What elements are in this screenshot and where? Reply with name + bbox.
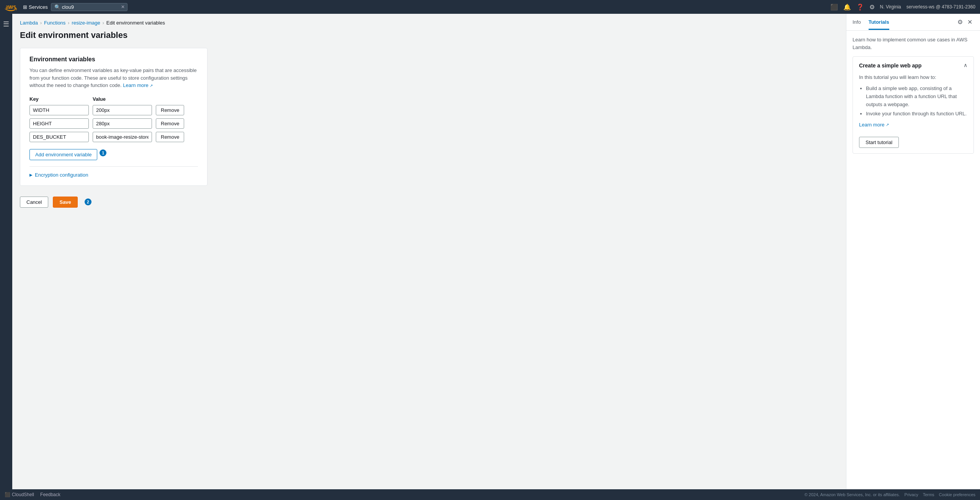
panel-settings-icon[interactable]: ⚙ bbox=[957, 18, 963, 26]
top-navigation: ⊞ Services 🔍 ✕ ⬛ 🔔 ❓ ⚙ N. Virginia serve… bbox=[0, 0, 980, 14]
add-env-variable-button[interactable]: Add environment variable bbox=[29, 149, 97, 160]
env-variables-card: Environment variables You can define env… bbox=[20, 48, 207, 186]
env-value-1[interactable] bbox=[93, 105, 152, 115]
account-menu[interactable]: serverless-ws @ 4783-7191-2360 bbox=[906, 4, 975, 10]
card-description: You can define environment variables as … bbox=[29, 67, 198, 89]
breadcrumb-current: Edit environment variables bbox=[106, 20, 165, 26]
copyright-text: © 2024, Amazon Web Services, Inc. or its… bbox=[804, 492, 900, 497]
search-input[interactable] bbox=[62, 4, 119, 10]
breadcrumb-lambda[interactable]: Lambda bbox=[20, 20, 38, 26]
card-title: Environment variables bbox=[29, 56, 198, 63]
right-panel: Info Tutorials ⚙ ✕ Learn how to implemen… bbox=[846, 14, 980, 500]
region-selector[interactable]: N. Virginia bbox=[880, 4, 901, 10]
start-tutorial-button[interactable]: Start tutorial bbox=[859, 137, 899, 148]
external-link-icon-2: ↗ bbox=[886, 123, 889, 127]
sidebar-strip: ☰ bbox=[0, 14, 12, 500]
remove-btn-3[interactable]: Remove bbox=[156, 132, 184, 142]
external-link-icon: ↗ bbox=[150, 84, 153, 88]
services-menu[interactable]: ⊞ Services bbox=[23, 4, 48, 10]
tutorial-card-title: Create a simple web app bbox=[859, 62, 964, 70]
breadcrumb-functions[interactable]: Functions bbox=[44, 20, 65, 26]
panel-close-button[interactable]: ✕ bbox=[966, 17, 974, 27]
search-bar[interactable]: 🔍 ✕ bbox=[51, 3, 127, 11]
tab-tutorials[interactable]: Tutorials bbox=[869, 15, 889, 30]
right-panel-header: Info Tutorials ⚙ ✕ bbox=[846, 14, 980, 31]
panel-right-icons: ⚙ ✕ bbox=[957, 17, 974, 27]
feedback-label: Feedback bbox=[40, 492, 60, 497]
cloudshell-label: CloudShell bbox=[12, 492, 34, 497]
breadcrumb: Lambda › Functions › resize-image › Edit… bbox=[20, 20, 838, 26]
env-row-3: Remove bbox=[29, 132, 198, 142]
tutorial-list: Build a simple web app, consisting of a … bbox=[859, 85, 967, 118]
env-headers: Key Value bbox=[29, 96, 198, 102]
tutorial-collapse-icon[interactable]: ∧ bbox=[964, 62, 967, 68]
step-2-badge: 2 bbox=[85, 198, 91, 205]
cloudshell-icon[interactable]: ⬛ bbox=[830, 3, 838, 11]
tutorial-list-item-1: Build a simple web app, consisting of a … bbox=[866, 85, 967, 108]
value-header: Value bbox=[93, 96, 152, 102]
cancel-button[interactable]: Cancel bbox=[20, 197, 48, 208]
bottom-bar: ⬛ CloudShell Feedback © 2024, Amazon Web… bbox=[0, 489, 980, 500]
chevron-right-icon: ▶ bbox=[29, 173, 33, 177]
env-value-2[interactable] bbox=[93, 118, 152, 129]
env-key-3[interactable] bbox=[29, 132, 89, 142]
hamburger-icon[interactable]: ☰ bbox=[3, 17, 9, 31]
encryption-label: Encryption configuration bbox=[35, 172, 88, 178]
support-icon[interactable]: ❓ bbox=[856, 3, 864, 11]
env-row-1: Remove bbox=[29, 105, 198, 115]
env-key-2[interactable] bbox=[29, 118, 89, 129]
feedback-item[interactable]: Feedback bbox=[40, 492, 60, 497]
notifications-icon[interactable]: 🔔 bbox=[843, 3, 851, 11]
cloudshell-item[interactable]: ⬛ CloudShell bbox=[5, 492, 34, 497]
bottom-copyright: © 2024, Amazon Web Services, Inc. or its… bbox=[804, 492, 975, 497]
tutorial-card: Create a simple web app ∧ In this tutori… bbox=[853, 56, 974, 154]
privacy-link[interactable]: Privacy bbox=[905, 492, 918, 497]
key-header: Key bbox=[29, 96, 89, 102]
tutorial-list-item-2: Invoke your function through its functio… bbox=[866, 110, 967, 118]
search-clear-icon[interactable]: ✕ bbox=[121, 4, 125, 10]
page-title: Edit environment variables bbox=[20, 30, 838, 40]
encryption-config-toggle[interactable]: ▶ Encryption configuration bbox=[29, 166, 198, 178]
env-key-1[interactable] bbox=[29, 105, 89, 115]
breadcrumb-resize-image[interactable]: resize-image bbox=[72, 20, 100, 26]
aws-logo[interactable] bbox=[5, 3, 18, 11]
step-1-badge: 1 bbox=[100, 149, 106, 156]
tutorial-card-header: Create a simple web app ∧ bbox=[859, 62, 967, 70]
main-content: Lambda › Functions › resize-image › Edit… bbox=[12, 14, 846, 500]
tutorial-learn-more-link[interactable]: Learn more ↗ bbox=[859, 122, 889, 128]
settings-icon[interactable]: ⚙ bbox=[869, 3, 875, 11]
remove-btn-2[interactable]: Remove bbox=[156, 118, 184, 129]
nav-icons: ⬛ 🔔 ❓ ⚙ N. Virginia serverless-ws @ 4783… bbox=[830, 3, 975, 11]
save-button[interactable]: Save bbox=[53, 197, 77, 208]
cookie-link[interactable]: Cookie preferences bbox=[939, 492, 975, 497]
breadcrumb-sep-3: › bbox=[103, 20, 104, 26]
search-icon: 🔍 bbox=[54, 4, 60, 10]
panel-intro-text: Learn how to implement common use cases … bbox=[853, 36, 974, 51]
terms-link[interactable]: Terms bbox=[923, 492, 934, 497]
breadcrumb-sep-1: › bbox=[40, 20, 42, 26]
tab-info[interactable]: Info bbox=[853, 15, 861, 30]
tutorial-description: In this tutorial you will learn how to: bbox=[859, 74, 967, 81]
services-label: Services bbox=[29, 4, 48, 10]
remove-btn-1[interactable]: Remove bbox=[156, 105, 184, 115]
breadcrumb-sep-2: › bbox=[68, 20, 69, 26]
right-panel-body: Learn how to implement common use cases … bbox=[846, 31, 980, 500]
env-row-2: Remove bbox=[29, 118, 198, 129]
env-value-3[interactable] bbox=[93, 132, 152, 142]
learn-more-link[interactable]: Learn more ↗ bbox=[123, 82, 153, 88]
grid-icon: ⊞ bbox=[23, 4, 27, 10]
terminal-icon: ⬛ bbox=[5, 492, 10, 497]
action-row: Cancel Save 2 bbox=[20, 197, 838, 208]
